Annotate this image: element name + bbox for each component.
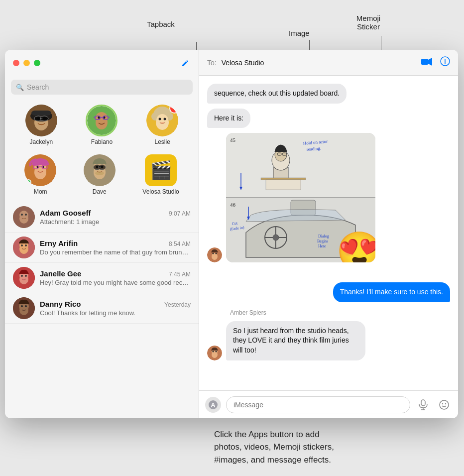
- svg-text:Begins: Begins: [317, 239, 328, 243]
- pinned-row-2: Mom: [5, 149, 199, 199]
- svg-point-116: [442, 403, 443, 404]
- compose-button[interactable]: [181, 58, 191, 68]
- mom-online-dot: [25, 179, 31, 185]
- svg-text:46: 46: [230, 202, 236, 208]
- svg-rect-112: [421, 400, 425, 406]
- pinned-name-jackelyn: Jackelyn: [29, 138, 53, 145]
- traffic-lights: [13, 60, 40, 66]
- maximize-button[interactable]: [34, 60, 40, 66]
- svg-point-71: [212, 253, 218, 260]
- amber-avatar: [207, 346, 222, 360]
- pinned-contact-velosa[interactable]: 🎬 Velosa Studio: [142, 154, 179, 195]
- storyboard-image: 45 Hold on actor reading.: [226, 133, 375, 262]
- svg-point-73: [213, 253, 214, 254]
- pinned-name-fabiano: Fabiano: [91, 138, 113, 145]
- contact-list: Adam Gooseff 9:07 AM Attachment: 1 image: [5, 202, 199, 418]
- svg-point-109: [216, 351, 217, 352]
- pinned-contact-mom[interactable]: Mom: [24, 154, 56, 195]
- sender-avatar-small: [207, 247, 222, 262]
- close-button[interactable]: [13, 60, 19, 66]
- avatar-janelle: [13, 267, 35, 289]
- svg-point-65: [25, 305, 27, 307]
- contact-time-erny: 8:54 AM: [169, 240, 191, 247]
- video-call-icon[interactable]: [421, 57, 432, 68]
- input-bar: A: [199, 390, 458, 418]
- svg-point-45: [95, 171, 104, 175]
- apps-button[interactable]: A: [205, 397, 221, 413]
- contact-item-danny[interactable]: Danny Rico Yesterday Cool! Thanks for le…: [5, 293, 199, 324]
- bubble-received-1: sequence, check out this updated board.: [207, 84, 347, 104]
- svg-point-64: [21, 305, 23, 307]
- to-label: To:: [207, 59, 217, 67]
- svg-point-117: [445, 403, 446, 404]
- pinned-name-velosa: Velosa Studio: [142, 188, 179, 195]
- svg-point-50: [25, 214, 27, 216]
- search-icon: 🔍: [16, 84, 24, 91]
- pinned-contact-dave[interactable]: Dave: [84, 154, 116, 195]
- message-row-2: Here it is:: [207, 109, 450, 128]
- svg-point-27: [159, 118, 161, 120]
- contact-preview-janelle: Hey! Gray told me you might have some go…: [40, 279, 191, 286]
- pinned-row-1: Jackelyn: [5, 100, 199, 149]
- svg-line-19: [94, 117, 95, 118]
- svg-text:i: i: [444, 58, 446, 65]
- message-row-1: sequence, check out this updated board.: [207, 84, 450, 104]
- leslie-badge: ❤️: [172, 106, 177, 111]
- bubble-sent: Thanks! I'll make sure to use this.: [333, 282, 450, 302]
- contact-time-danny: Yesterday: [164, 301, 191, 308]
- svg-point-48: [19, 211, 28, 220]
- message-row-sent: Thanks! I'll make sure to use this.: [207, 282, 450, 302]
- svg-rect-85: [261, 178, 306, 180]
- bottom-annotation: Click the Apps button to addphotos, vide…: [214, 428, 403, 467]
- minimize-button[interactable]: [23, 60, 30, 66]
- contact-info-adam: Adam Gooseff 9:07 AM Attachment: 1 image: [40, 209, 191, 226]
- contact-item-adam[interactable]: Adam Gooseff 9:07 AM Attachment: 1 image: [5, 202, 199, 233]
- sender-name-label: Amber Spiers: [207, 309, 450, 316]
- messages-area[interactable]: sequence, check out this updated board. …: [199, 76, 458, 390]
- svg-point-54: [21, 244, 23, 246]
- pinned-contact-jackelyn[interactable]: Jackelyn: [25, 105, 57, 145]
- message-row-amber: So I just heard from the studio heads, t…: [207, 321, 450, 360]
- svg-text:45: 45: [230, 137, 236, 143]
- svg-point-74: [216, 253, 217, 254]
- contact-preview-danny: Cool! Thanks for letting me know.: [40, 309, 191, 317]
- sidebar: 🔍 Search: [5, 50, 199, 418]
- svg-marker-67: [428, 58, 432, 66]
- pinned-name-mom: Mom: [34, 188, 47, 195]
- contact-preview-adam: Attachment: 1 image: [40, 218, 191, 226]
- contact-item-janelle[interactable]: Janelle Gee 7:45 AM Hey! Gray told me yo…: [5, 263, 199, 293]
- contact-time-janelle: 7:45 AM: [169, 271, 191, 278]
- pinned-name-dave: Dave: [93, 188, 107, 195]
- svg-rect-66: [421, 59, 428, 65]
- svg-point-13: [96, 112, 108, 124]
- sidebar-titlebar: [5, 50, 199, 76]
- contact-info-janelle: Janelle Gee 7:45 AM Hey! Gray told me yo…: [40, 269, 191, 286]
- contact-info-erny: Erny Arifin 8:54 AM Do you remember the …: [40, 239, 191, 256]
- bubble-amber: So I just heard from the studio heads, t…: [226, 321, 365, 360]
- pinned-contact-leslie[interactable]: ❤️ Leslie: [146, 105, 178, 145]
- info-icon[interactable]: i: [440, 56, 450, 69]
- bubble-received-2: Here it is:: [207, 109, 250, 128]
- svg-point-55: [25, 244, 27, 246]
- svg-point-115: [440, 400, 449, 409]
- message-row-image: 45 Hold on actor reading.: [207, 133, 450, 262]
- search-bar[interactable]: 🔍 Search: [11, 80, 193, 95]
- memoji-sticker-annotation: MemojiSticker: [344, 14, 393, 31]
- contact-name-adam: Adam Gooseff: [40, 209, 91, 217]
- tapback-annotation: Tapback: [147, 20, 175, 28]
- chat-panel: To: Velosa Studio i: [199, 50, 458, 418]
- memoji-sticker-overlay: 😍: [336, 233, 375, 262]
- contact-info-danny: Danny Rico Yesterday Cool! Thanks for le…: [40, 300, 191, 317]
- svg-line-20: [108, 117, 110, 118]
- emoji-button[interactable]: [436, 397, 452, 413]
- avatar-danny: [13, 297, 35, 319]
- message-input[interactable]: [226, 396, 410, 413]
- audio-button[interactable]: [415, 397, 431, 413]
- pinned-contact-fabiano[interactable]: Fabiano: [86, 105, 117, 145]
- image-annotation: Image: [289, 29, 310, 37]
- svg-point-60: [25, 275, 27, 277]
- contact-item-erny[interactable]: Erny Arifin 8:54 AM Do you remember the …: [5, 233, 199, 263]
- svg-point-28: [164, 118, 166, 120]
- contact-preview-erny: Do you remember the name of that guy fro…: [40, 248, 191, 256]
- svg-text:Cut: Cut: [232, 221, 238, 227]
